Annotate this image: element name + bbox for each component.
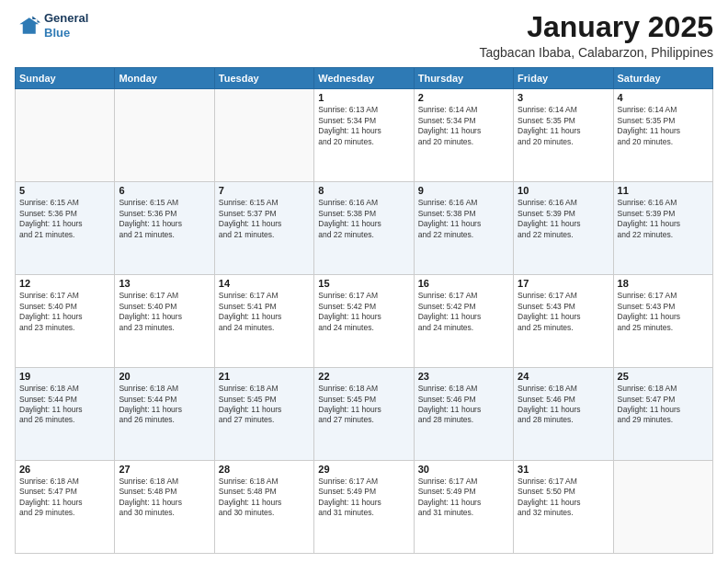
- calendar-table: Sunday Monday Tuesday Wednesday Thursday…: [15, 67, 713, 554]
- day-info: Sunrise: 6:18 AM Sunset: 5:48 PM Dayligh…: [219, 477, 310, 519]
- day-info: Sunrise: 6:15 AM Sunset: 5:36 PM Dayligh…: [119, 198, 210, 240]
- col-header-thursday: Thursday: [414, 68, 513, 89]
- day-number: 23: [418, 371, 509, 382]
- table-row: 31Sunrise: 6:17 AM Sunset: 5:50 PM Dayli…: [514, 461, 613, 554]
- day-number: 2: [418, 92, 509, 103]
- day-number: 5: [19, 185, 110, 196]
- table-row: 26Sunrise: 6:18 AM Sunset: 5:47 PM Dayli…: [16, 461, 115, 554]
- table-row: [613, 461, 712, 554]
- table-row: 16Sunrise: 6:17 AM Sunset: 5:42 PM Dayli…: [414, 275, 513, 368]
- day-info: Sunrise: 6:18 AM Sunset: 5:46 PM Dayligh…: [518, 384, 609, 426]
- day-info: Sunrise: 6:18 AM Sunset: 5:46 PM Dayligh…: [418, 384, 509, 426]
- table-row: 14Sunrise: 6:17 AM Sunset: 5:41 PM Dayli…: [214, 275, 313, 368]
- logo: General Blue: [15, 11, 88, 40]
- day-info: Sunrise: 6:17 AM Sunset: 5:42 PM Dayligh…: [418, 291, 509, 333]
- day-number: 18: [618, 278, 709, 289]
- table-row: 7Sunrise: 6:15 AM Sunset: 5:37 PM Daylig…: [214, 182, 313, 275]
- calendar-week-1: 1Sunrise: 6:13 AM Sunset: 5:34 PM Daylig…: [16, 89, 713, 182]
- table-row: 6Sunrise: 6:15 AM Sunset: 5:36 PM Daylig…: [115, 182, 214, 275]
- col-header-friday: Friday: [514, 68, 613, 89]
- table-row: 23Sunrise: 6:18 AM Sunset: 5:46 PM Dayli…: [414, 368, 513, 461]
- page: General Blue January 2025 Tagbacan Ibaba…: [0, 0, 728, 563]
- day-number: 9: [418, 185, 509, 196]
- day-number: 8: [318, 185, 409, 196]
- table-row: 3Sunrise: 6:14 AM Sunset: 5:35 PM Daylig…: [514, 89, 613, 182]
- day-info: Sunrise: 6:18 AM Sunset: 5:48 PM Dayligh…: [119, 477, 210, 519]
- location-title: Tagbacan Ibaba, Calabarzon, Philippines: [479, 45, 713, 60]
- day-number: 29: [318, 464, 409, 475]
- col-header-monday: Monday: [115, 68, 214, 89]
- table-row: 5Sunrise: 6:15 AM Sunset: 5:36 PM Daylig…: [16, 182, 115, 275]
- table-row: 1Sunrise: 6:13 AM Sunset: 5:34 PM Daylig…: [314, 89, 414, 182]
- calendar-week-2: 5Sunrise: 6:15 AM Sunset: 5:36 PM Daylig…: [16, 182, 713, 275]
- table-row: 17Sunrise: 6:17 AM Sunset: 5:43 PM Dayli…: [514, 275, 613, 368]
- day-number: 10: [518, 185, 609, 196]
- table-row: 30Sunrise: 6:17 AM Sunset: 5:49 PM Dayli…: [414, 461, 513, 554]
- day-info: Sunrise: 6:18 AM Sunset: 5:44 PM Dayligh…: [119, 384, 210, 426]
- day-number: 30: [418, 464, 509, 475]
- col-header-saturday: Saturday: [613, 68, 712, 89]
- table-row: 2Sunrise: 6:14 AM Sunset: 5:34 PM Daylig…: [414, 89, 513, 182]
- day-number: 15: [318, 278, 409, 289]
- table-row: 8Sunrise: 6:16 AM Sunset: 5:38 PM Daylig…: [314, 182, 414, 275]
- day-number: 16: [418, 278, 509, 289]
- table-row: 25Sunrise: 6:18 AM Sunset: 5:47 PM Dayli…: [613, 368, 712, 461]
- table-row: 22Sunrise: 6:18 AM Sunset: 5:45 PM Dayli…: [314, 368, 414, 461]
- day-number: 31: [518, 464, 609, 475]
- day-info: Sunrise: 6:14 AM Sunset: 5:34 PM Dayligh…: [418, 105, 509, 147]
- table-row: 10Sunrise: 6:16 AM Sunset: 5:39 PM Dayli…: [514, 182, 613, 275]
- table-row: 20Sunrise: 6:18 AM Sunset: 5:44 PM Dayli…: [115, 368, 214, 461]
- day-number: 24: [518, 371, 609, 382]
- day-number: 26: [19, 464, 110, 475]
- calendar-week-5: 26Sunrise: 6:18 AM Sunset: 5:47 PM Dayli…: [16, 461, 713, 554]
- day-info: Sunrise: 6:18 AM Sunset: 5:47 PM Dayligh…: [618, 384, 709, 426]
- day-info: Sunrise: 6:13 AM Sunset: 5:34 PM Dayligh…: [318, 105, 409, 147]
- day-number: 12: [19, 278, 110, 289]
- table-row: 24Sunrise: 6:18 AM Sunset: 5:46 PM Dayli…: [514, 368, 613, 461]
- col-header-sunday: Sunday: [16, 68, 115, 89]
- day-info: Sunrise: 6:17 AM Sunset: 5:43 PM Dayligh…: [518, 291, 609, 333]
- table-row: [115, 89, 214, 182]
- table-row: [214, 89, 313, 182]
- day-info: Sunrise: 6:18 AM Sunset: 5:47 PM Dayligh…: [19, 477, 110, 519]
- table-row: 15Sunrise: 6:17 AM Sunset: 5:42 PM Dayli…: [314, 275, 414, 368]
- day-number: 1: [318, 92, 409, 103]
- day-info: Sunrise: 6:15 AM Sunset: 5:36 PM Dayligh…: [19, 198, 110, 240]
- day-number: 19: [19, 371, 110, 382]
- day-number: 7: [219, 185, 310, 196]
- day-info: Sunrise: 6:17 AM Sunset: 5:40 PM Dayligh…: [19, 291, 110, 333]
- day-info: Sunrise: 6:18 AM Sunset: 5:45 PM Dayligh…: [219, 384, 310, 426]
- day-number: 6: [119, 185, 210, 196]
- day-number: 25: [618, 371, 709, 382]
- table-row: 27Sunrise: 6:18 AM Sunset: 5:48 PM Dayli…: [115, 461, 214, 554]
- table-row: 18Sunrise: 6:17 AM Sunset: 5:43 PM Dayli…: [613, 275, 712, 368]
- table-row: [16, 89, 115, 182]
- day-number: 17: [518, 278, 609, 289]
- logo-text: General Blue: [44, 11, 88, 40]
- table-row: 9Sunrise: 6:16 AM Sunset: 5:38 PM Daylig…: [414, 182, 513, 275]
- table-row: 28Sunrise: 6:18 AM Sunset: 5:48 PM Dayli…: [214, 461, 313, 554]
- day-number: 20: [119, 371, 210, 382]
- day-number: 14: [219, 278, 310, 289]
- day-info: Sunrise: 6:16 AM Sunset: 5:39 PM Dayligh…: [618, 198, 709, 240]
- day-info: Sunrise: 6:17 AM Sunset: 5:49 PM Dayligh…: [318, 477, 409, 519]
- day-number: 4: [618, 92, 709, 103]
- day-info: Sunrise: 6:14 AM Sunset: 5:35 PM Dayligh…: [618, 105, 709, 147]
- day-info: Sunrise: 6:17 AM Sunset: 5:41 PM Dayligh…: [219, 291, 310, 333]
- header: General Blue January 2025 Tagbacan Ibaba…: [15, 11, 713, 60]
- calendar-week-3: 12Sunrise: 6:17 AM Sunset: 5:40 PM Dayli…: [16, 275, 713, 368]
- day-info: Sunrise: 6:17 AM Sunset: 5:40 PM Dayligh…: [119, 291, 210, 333]
- table-row: 21Sunrise: 6:18 AM Sunset: 5:45 PM Dayli…: [214, 368, 313, 461]
- day-number: 22: [318, 371, 409, 382]
- col-header-tuesday: Tuesday: [214, 68, 313, 89]
- day-info: Sunrise: 6:18 AM Sunset: 5:45 PM Dayligh…: [318, 384, 409, 426]
- calendar-header-row: Sunday Monday Tuesday Wednesday Thursday…: [16, 68, 713, 89]
- day-info: Sunrise: 6:16 AM Sunset: 5:39 PM Dayligh…: [518, 198, 609, 240]
- logo-icon: [15, 13, 40, 39]
- day-info: Sunrise: 6:18 AM Sunset: 5:44 PM Dayligh…: [19, 384, 110, 426]
- month-title: January 2025: [479, 11, 713, 43]
- calendar-week-4: 19Sunrise: 6:18 AM Sunset: 5:44 PM Dayli…: [16, 368, 713, 461]
- day-number: 13: [119, 278, 210, 289]
- day-info: Sunrise: 6:17 AM Sunset: 5:42 PM Dayligh…: [318, 291, 409, 333]
- table-row: 4Sunrise: 6:14 AM Sunset: 5:35 PM Daylig…: [613, 89, 712, 182]
